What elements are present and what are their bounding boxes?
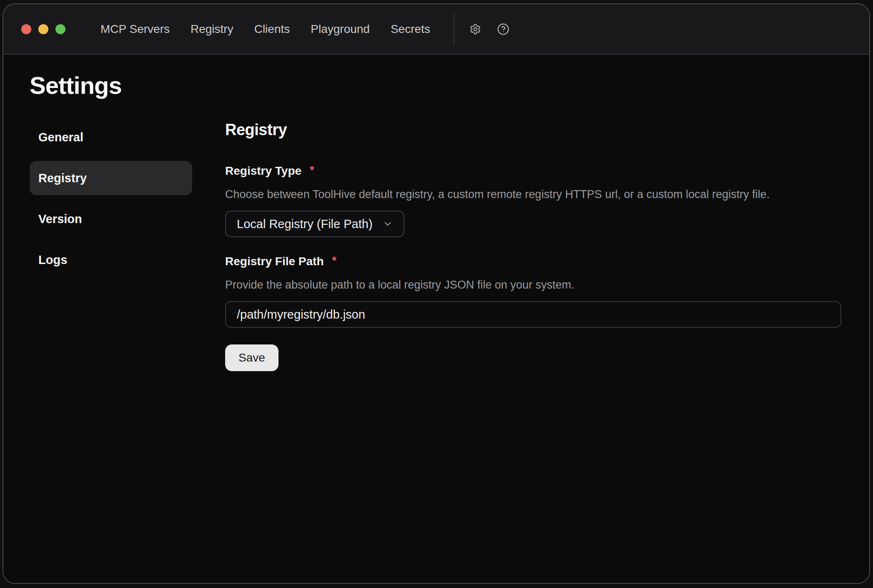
sidebar-item-registry[interactable]: Registry — [30, 161, 192, 195]
registry-settings-panel: Registry Registry Type * Choose between … — [225, 120, 841, 371]
chevron-down-icon — [375, 219, 393, 229]
registry-type-label: Registry Type — [225, 163, 301, 178]
titlebar: MCP Servers Registry Clients Playground … — [3, 4, 869, 55]
registry-type-selected-value: Local Registry (File Path) — [237, 217, 373, 231]
nav-playground[interactable]: Playground — [311, 23, 370, 35]
nav-clients[interactable]: Clients — [254, 23, 290, 35]
registry-type-label-row: Registry Type * — [225, 163, 841, 178]
help-circle-icon — [497, 23, 509, 35]
titlebar-divider — [454, 13, 454, 45]
settings-page: Settings General Registry Version Logs R… — [3, 55, 869, 583]
nav-registry[interactable]: Registry — [191, 23, 233, 35]
save-button[interactable]: Save — [225, 344, 278, 371]
file-path-description: Provide the absolute path to a local reg… — [225, 278, 841, 292]
zoom-window-button[interactable] — [55, 24, 65, 34]
sidebar-item-version[interactable]: Version — [30, 202, 192, 236]
sidebar-item-logs[interactable]: Logs — [30, 243, 192, 277]
sidebar-item-general[interactable]: General — [30, 120, 192, 154]
page-title: Settings — [30, 71, 841, 99]
required-asterisk: * — [332, 254, 337, 268]
nav-secrets[interactable]: Secrets — [391, 23, 430, 35]
nav-mcp-servers[interactable]: MCP Servers — [100, 23, 170, 35]
file-path-label: Registry File Path — [225, 254, 324, 269]
file-path-label-row: Registry File Path * — [225, 254, 841, 269]
settings-sidebar: General Registry Version Logs — [30, 120, 192, 277]
registry-type-select[interactable]: Local Registry (File Path) — [225, 211, 404, 237]
panel-heading: Registry — [225, 120, 841, 139]
top-navigation: MCP Servers Registry Clients Playground … — [100, 23, 430, 35]
help-button[interactable] — [497, 23, 509, 35]
required-asterisk: * — [310, 163, 314, 178]
settings-gear-button[interactable] — [469, 23, 481, 35]
minimize-window-button[interactable] — [38, 24, 48, 34]
close-window-button[interactable] — [21, 24, 31, 34]
traffic-lights — [21, 24, 65, 34]
app-window: MCP Servers Registry Clients Playground … — [3, 3, 870, 584]
gear-icon — [469, 23, 481, 35]
registry-type-description: Choose between ToolHive default registry… — [225, 187, 841, 201]
file-path-input[interactable] — [225, 301, 841, 328]
